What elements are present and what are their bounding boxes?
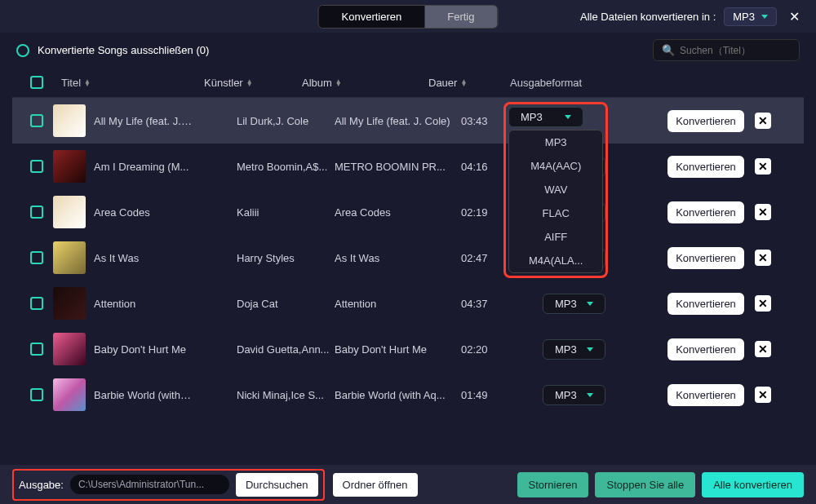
sort-icon: ▲▼ (460, 80, 467, 86)
track-table: Titel▲▼ Künstler▲▼ Album▲▼ Dauer▲▼ Ausga… (0, 68, 816, 459)
track-row[interactable]: Baby Don't Hurt Me David Guetta,Ann... B… (12, 326, 804, 372)
output-highlight-frame: Ausgabe: C:\Users\Administrator\Tun... D… (12, 469, 325, 501)
row-checkbox[interactable] (30, 343, 43, 356)
search-icon: 🔍 (662, 44, 675, 56)
row-checkbox[interactable] (30, 388, 43, 401)
convert-row-button[interactable]: Konvertieren (667, 201, 744, 223)
convert-row-button[interactable]: Konvertieren (667, 338, 744, 360)
track-album: METRO BOOMIN PR... (335, 161, 461, 173)
format-select-row[interactable]: MP3 (543, 294, 605, 314)
search-input[interactable] (680, 45, 791, 56)
remove-row-button[interactable]: ✕ (755, 295, 771, 312)
track-title: Barbie World (with ... (94, 389, 192, 401)
track-thumbnail (53, 196, 86, 228)
format-option[interactable]: MP3 (509, 130, 602, 154)
global-format-select[interactable]: MP3 (724, 7, 777, 26)
sort-icon: ▲▼ (335, 80, 342, 86)
format-select-row[interactable]: MP3 (543, 385, 605, 405)
track-title: All My Life (feat. J. ... (94, 115, 192, 127)
search-box[interactable]: 🔍 (653, 39, 800, 61)
format-option[interactable]: WAV (509, 178, 602, 201)
format-option[interactable]: M4A(AAC) (509, 154, 602, 178)
chevron-down-icon (587, 302, 593, 306)
output-path: C:\Users\Administrator\Tun... (70, 475, 229, 494)
format-select-row[interactable]: MP3 (543, 339, 605, 360)
track-album: Baby Don't Hurt Me (335, 343, 461, 356)
chevron-down-icon (761, 15, 768, 19)
convert-all-label: Alle Dateien konvertieren in : (580, 11, 716, 23)
row-checkbox[interactable] (30, 114, 43, 127)
remove-row-button[interactable]: ✕ (755, 387, 771, 403)
global-format-value: MP3 (733, 11, 755, 23)
remove-row-button[interactable]: ✕ (755, 158, 771, 175)
track-title: Am I Dreaming (M... (94, 161, 192, 173)
track-artist: Lil Durk,J. Cole (237, 115, 335, 127)
row-checkbox[interactable] (30, 251, 43, 264)
convert-row-button[interactable]: Konvertieren (667, 156, 744, 178)
remove-row-button[interactable]: ✕ (755, 341, 771, 357)
table-header: Titel▲▼ Künstler▲▼ Album▲▼ Dauer▲▼ Ausga… (12, 68, 804, 98)
close-icon[interactable]: ✕ (785, 9, 804, 24)
remove-row-button[interactable]: ✕ (755, 113, 771, 129)
row-checkbox[interactable] (30, 160, 43, 173)
track-row[interactable]: Am I Dreaming (M... Metro Boomin,A$... M… (12, 144, 804, 189)
track-row[interactable]: All My Life (feat. J. ... Lil Durk,J. Co… (12, 98, 804, 144)
row-checkbox[interactable] (30, 206, 43, 219)
output-label: Ausgabe: (19, 479, 64, 491)
toolbar: Konvertierte Songs ausschließen (0) 🔍 (0, 33, 816, 68)
convert-row-button[interactable]: Konvertieren (667, 384, 744, 406)
track-row[interactable]: Barbie World (with ... Nicki Minaj,Ice S… (12, 372, 804, 418)
track-album: As It Was (335, 252, 461, 264)
remove-row-button[interactable]: ✕ (755, 250, 771, 266)
column-format: Ausgabeformat (510, 77, 632, 89)
track-duration: 01:49 (461, 389, 543, 401)
track-thumbnail (53, 104, 86, 137)
stop-all-button[interactable]: Stoppen Sie alle (595, 472, 695, 497)
format-value: MP3 (555, 389, 577, 401)
format-select-row[interactable]: MP3 (508, 107, 583, 127)
column-duration[interactable]: Dauer▲▼ (428, 77, 510, 89)
exclude-label: Konvertierte Songs ausschließen (0) (38, 44, 209, 56)
convert-row-button[interactable]: Konvertieren (667, 247, 744, 269)
format-dropdown-list: MP3M4A(AAC)WAVFLACAIFFM4A(ALA... (508, 130, 603, 273)
exclude-toggle-icon[interactable] (16, 44, 29, 57)
chevron-down-icon (587, 347, 593, 351)
column-title[interactable]: Titel▲▼ (53, 77, 204, 89)
convert-row-button[interactable]: Konvertieren (667, 110, 744, 132)
column-album[interactable]: Album▲▼ (302, 77, 428, 89)
track-row[interactable]: Area Codes Kaliii Area Codes 02:19 MP3 K… (12, 189, 804, 235)
track-artist: Nicki Minaj,Ice S... (237, 389, 335, 401)
remove-row-button[interactable]: ✕ (755, 204, 771, 220)
track-album: Attention (335, 298, 461, 310)
tab-done[interactable]: Fertig (424, 6, 497, 28)
highlight-frame: MP3 MP3M4A(AAC)WAVFLACAIFFM4A(ALA... (503, 102, 608, 278)
tab-convert[interactable]: Konvertieren (319, 6, 425, 28)
track-thumbnail (53, 241, 86, 274)
track-thumbnail (53, 287, 86, 320)
chevron-down-icon (565, 115, 571, 119)
cancel-button[interactable]: Stornieren (517, 472, 589, 497)
select-all-checkbox[interactable] (30, 76, 43, 89)
track-thumbnail (53, 150, 86, 183)
row-checkbox[interactable] (30, 297, 43, 310)
track-row[interactable]: As It Was Harry Styles As It Was 02:47 M… (12, 235, 804, 281)
convert-all-button[interactable]: Alle konvertieren (702, 472, 804, 497)
footer-bar: Ausgabe: C:\Users\Administrator\Tun... D… (0, 465, 816, 504)
format-value: MP3 (555, 298, 577, 310)
track-thumbnail (53, 333, 86, 365)
track-album: Barbie World (with Aq... (335, 389, 461, 401)
format-dropdown: MP3 MP3M4A(AAC)WAVFLACAIFFM4A(ALA... (503, 102, 608, 278)
track-artist: Kaliii (237, 206, 335, 219)
track-row[interactable]: Attention Doja Cat Attention 04:37 MP3 K… (12, 281, 804, 326)
format-option[interactable]: FLAC (509, 201, 602, 225)
column-artist[interactable]: Künstler▲▼ (204, 77, 302, 89)
sort-icon: ▲▼ (84, 80, 91, 86)
tab-group: Konvertieren Fertig (318, 5, 499, 29)
format-option[interactable]: AIFF (509, 225, 602, 249)
format-option[interactable]: M4A(ALA... (509, 249, 602, 272)
track-title: Attention (94, 298, 192, 310)
convert-row-button[interactable]: Konvertieren (667, 293, 744, 315)
track-artist: Harry Styles (237, 252, 335, 264)
open-folder-button[interactable]: Ordner öffnen (333, 473, 418, 497)
browse-button[interactable]: Durchsuchen (236, 473, 318, 497)
